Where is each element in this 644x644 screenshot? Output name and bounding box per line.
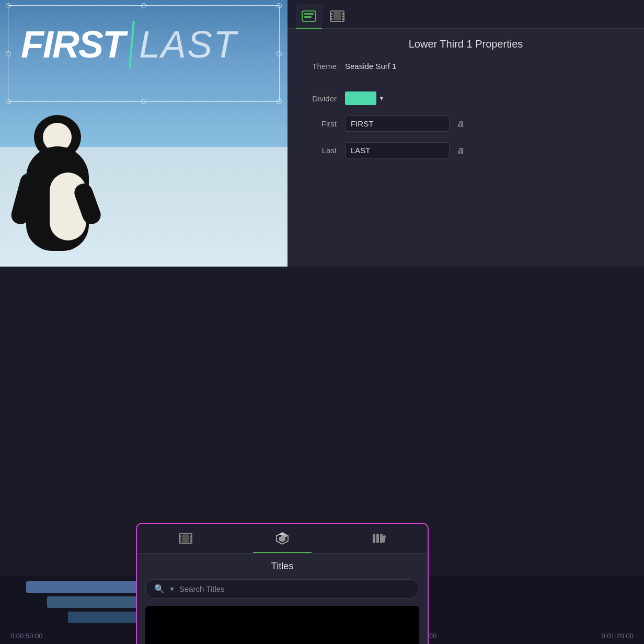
preview-background: FIRST LAST [0, 0, 288, 267]
svg-rect-13 [179, 538, 181, 539]
svg-rect-10 [334, 12, 341, 20]
first-row: First a [288, 110, 644, 137]
theme-row: Theme Seaside Surf 1 [288, 56, 644, 76]
subtitles-icon [302, 10, 316, 22]
first-input[interactable] [345, 116, 450, 132]
last-input[interactable] [345, 142, 450, 158]
svg-rect-12 [179, 535, 181, 537]
handle-bm[interactable] [141, 99, 146, 104]
svg-rect-16 [190, 538, 192, 539]
svg-rect-18 [182, 535, 189, 543]
titles-tab-library[interactable] [331, 524, 428, 553]
bottom-section: 0:00:50:00 0:01:00:00 0:01:10:00 0:01:20… [0, 267, 644, 644]
svg-rect-15 [190, 535, 192, 537]
properties-tabs [288, 0, 644, 29]
handle-bl[interactable] [6, 99, 11, 104]
first-font-icon[interactable]: a [458, 118, 464, 130]
svg-rect-14 [179, 540, 181, 542]
titles-3d-icon [274, 531, 290, 546]
film-icon [330, 10, 344, 22]
divider-label: Divider [300, 94, 337, 103]
theme-label: Theme [300, 62, 337, 71]
color-swatch-container: ▼ [345, 91, 385, 105]
search-filter-arrow[interactable]: ▼ [169, 585, 175, 593]
first-label: First [300, 119, 337, 128]
preview-area: FIRST LAST [0, 0, 288, 267]
svg-rect-9 [342, 18, 344, 20]
svg-rect-2 [304, 16, 312, 18]
top-section: FIRST LAST [0, 0, 644, 267]
svg-rect-23 [373, 534, 375, 543]
selection-box[interactable] [8, 5, 280, 102]
last-row: Last a [288, 137, 644, 164]
search-placeholder: Search Titles [179, 584, 225, 593]
timestamp-4: 0:01:20:00 [602, 632, 634, 640]
title-card-preview: FIRST LAST [145, 606, 419, 644]
svg-rect-6 [330, 18, 332, 20]
handle-tr[interactable] [277, 3, 282, 8]
penguin [16, 115, 99, 251]
handle-tm[interactable] [141, 3, 146, 8]
handle-ml[interactable] [6, 51, 11, 56]
timestamp-1: 0:00:50:00 [10, 632, 42, 640]
handle-mr[interactable] [277, 51, 282, 56]
svg-rect-4 [330, 13, 332, 15]
svg-rect-17 [190, 540, 192, 542]
last-font-icon[interactable]: a [458, 144, 464, 156]
svg-rect-24 [376, 534, 379, 543]
app-container: FIRST LAST [0, 0, 644, 644]
tab-film[interactable] [324, 4, 350, 28]
handle-br[interactable] [277, 99, 282, 104]
library-icon [372, 533, 386, 544]
divider-color-swatch[interactable] [345, 91, 376, 105]
handle-tl[interactable] [6, 3, 11, 8]
svg-rect-5 [330, 16, 332, 17]
svg-rect-7 [342, 13, 344, 15]
titles-tab-titles[interactable] [234, 524, 330, 553]
last-label: Last [300, 146, 337, 155]
titles-panel: Titles 🔍 ▼ Search Titles FIRST LAST Lowe… [136, 523, 429, 644]
properties-title: Lower Third 1 Properties [288, 29, 644, 56]
theme-value: Seaside Surf 1 [345, 62, 396, 71]
divider-row: Divider ▼ [288, 86, 644, 110]
svg-rect-1 [304, 13, 314, 15]
titles-tab-film[interactable] [137, 524, 234, 553]
color-dropdown-arrow[interactable]: ▼ [378, 95, 385, 102]
titles-tabs [137, 524, 428, 554]
properties-panel: Lower Third 1 Properties Theme Seaside S… [288, 0, 644, 267]
tab-subtitles[interactable] [296, 4, 322, 28]
title-card-lower-third[interactable]: FIRST LAST Lower Third 1 [145, 606, 419, 644]
search-icon: 🔍 [154, 584, 165, 594]
search-bar[interactable]: 🔍 ▼ Search Titles [145, 579, 419, 599]
titles-heading: Titles [137, 554, 428, 579]
svg-rect-8 [342, 16, 344, 17]
titles-film-icon [179, 533, 192, 544]
